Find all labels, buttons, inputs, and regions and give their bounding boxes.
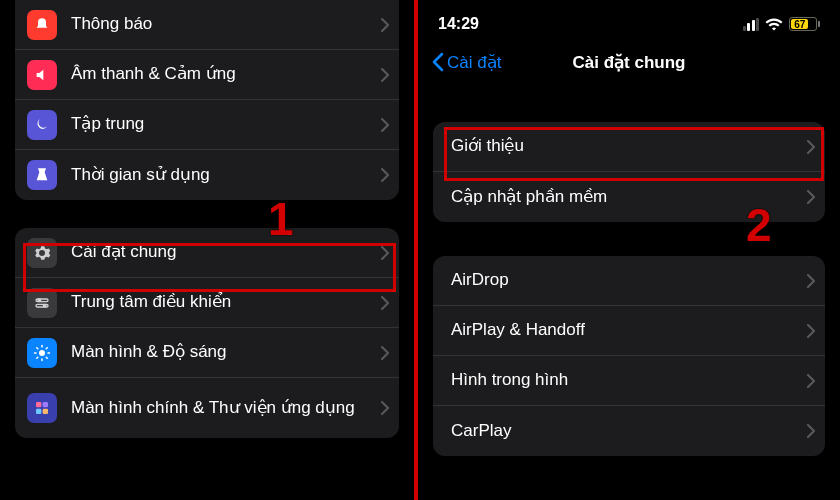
row-general[interactable]: Cài đặt chung bbox=[15, 228, 399, 278]
chevron-right-icon bbox=[381, 68, 389, 82]
chevron-right-icon bbox=[381, 296, 389, 310]
row-label: AirDrop bbox=[451, 270, 801, 290]
chevron-right-icon bbox=[381, 168, 389, 182]
row-control-center[interactable]: Trung tâm điều khiển bbox=[15, 278, 399, 328]
row-label: Màn hình & Độ sáng bbox=[71, 342, 375, 362]
settings-group-notifications: Thông báo Âm thanh & Cảm ứng Tập trung bbox=[15, 0, 399, 200]
brightness-icon bbox=[27, 338, 57, 368]
gear-icon bbox=[27, 238, 57, 268]
row-display[interactable]: Màn hình & Độ sáng bbox=[15, 328, 399, 378]
row-label: Màn hình chính & Thư viện ứng dụng bbox=[71, 398, 375, 418]
screentime-icon bbox=[27, 160, 57, 190]
row-home-screen[interactable]: Màn hình chính & Thư viện ứng dụng bbox=[15, 378, 399, 438]
settings-group-general: Cài đặt chung Trung tâm điều khiển Màn h… bbox=[15, 228, 399, 438]
row-focus[interactable]: Tập trung bbox=[15, 100, 399, 150]
svg-point-2 bbox=[38, 299, 41, 302]
row-label: Hình trong hình bbox=[451, 370, 801, 390]
row-label: CarPlay bbox=[451, 421, 801, 441]
wifi-icon bbox=[765, 18, 783, 31]
general-group-connectivity: AirDrop AirPlay & Handoff Hình trong hìn… bbox=[433, 256, 825, 456]
row-airplay[interactable]: AirPlay & Handoff bbox=[433, 306, 825, 356]
row-label: Thời gian sử dụng bbox=[71, 165, 375, 185]
row-label: Âm thanh & Cảm ứng bbox=[71, 64, 375, 84]
row-sound[interactable]: Âm thanh & Cảm ứng bbox=[15, 50, 399, 100]
svg-rect-14 bbox=[43, 402, 48, 407]
chevron-right-icon bbox=[381, 401, 389, 415]
svg-line-11 bbox=[37, 357, 38, 358]
row-notifications[interactable]: Thông báo bbox=[15, 0, 399, 50]
back-button[interactable]: Cài đặt bbox=[432, 52, 501, 73]
svg-rect-16 bbox=[43, 409, 48, 414]
row-airdrop[interactable]: AirDrop bbox=[433, 256, 825, 306]
chevron-right-icon bbox=[807, 274, 815, 288]
row-software-update[interactable]: Cập nhật phần mềm bbox=[433, 172, 825, 222]
chevron-right-icon bbox=[381, 118, 389, 132]
home-screen-icon bbox=[27, 393, 57, 423]
row-label: Tập trung bbox=[71, 114, 375, 134]
focus-icon bbox=[27, 110, 57, 140]
row-label: Cập nhật phần mềm bbox=[451, 187, 801, 207]
row-pip[interactable]: Hình trong hình bbox=[433, 356, 825, 406]
notification-icon bbox=[27, 10, 57, 40]
row-label: Cài đặt chung bbox=[71, 242, 375, 262]
row-screentime[interactable]: Thời gian sử dụng bbox=[15, 150, 399, 200]
nav-bar: Cài đặt Cài đặt chung bbox=[418, 40, 840, 84]
chevron-right-icon bbox=[807, 424, 815, 438]
svg-rect-13 bbox=[36, 402, 41, 407]
row-label: Trung tâm điều khiển bbox=[71, 292, 375, 312]
chevron-right-icon bbox=[381, 346, 389, 360]
svg-rect-15 bbox=[36, 409, 41, 414]
settings-main-pane: Thông báo Âm thanh & Cảm ứng Tập trung bbox=[0, 0, 414, 500]
chevron-right-icon bbox=[381, 18, 389, 32]
control-center-icon bbox=[27, 288, 57, 318]
row-about[interactable]: Giới thiệu bbox=[433, 122, 825, 172]
general-settings-pane: 14:29 67 Cài đặt Cài đặt chung bbox=[418, 0, 840, 500]
cellular-icon bbox=[743, 18, 760, 31]
battery-icon: 67 bbox=[789, 17, 820, 31]
svg-point-4 bbox=[39, 350, 45, 356]
row-label: AirPlay & Handoff bbox=[451, 320, 801, 340]
status-time: 14:29 bbox=[438, 15, 479, 33]
chevron-right-icon bbox=[807, 190, 815, 204]
svg-line-9 bbox=[37, 347, 38, 348]
row-label: Thông báo bbox=[71, 14, 375, 34]
status-bar: 14:29 67 bbox=[418, 0, 840, 40]
chevron-right-icon bbox=[807, 374, 815, 388]
row-label: Giới thiệu bbox=[451, 136, 801, 156]
sound-icon bbox=[27, 60, 57, 90]
svg-line-10 bbox=[46, 357, 47, 358]
chevron-right-icon bbox=[807, 324, 815, 338]
row-carplay[interactable]: CarPlay bbox=[433, 406, 825, 456]
svg-line-12 bbox=[46, 347, 47, 348]
chevron-right-icon bbox=[807, 140, 815, 154]
svg-point-3 bbox=[43, 304, 46, 307]
chevron-right-icon bbox=[381, 246, 389, 260]
general-group-about: Giới thiệu Cập nhật phần mềm bbox=[433, 122, 825, 222]
back-label: Cài đặt bbox=[447, 52, 501, 73]
